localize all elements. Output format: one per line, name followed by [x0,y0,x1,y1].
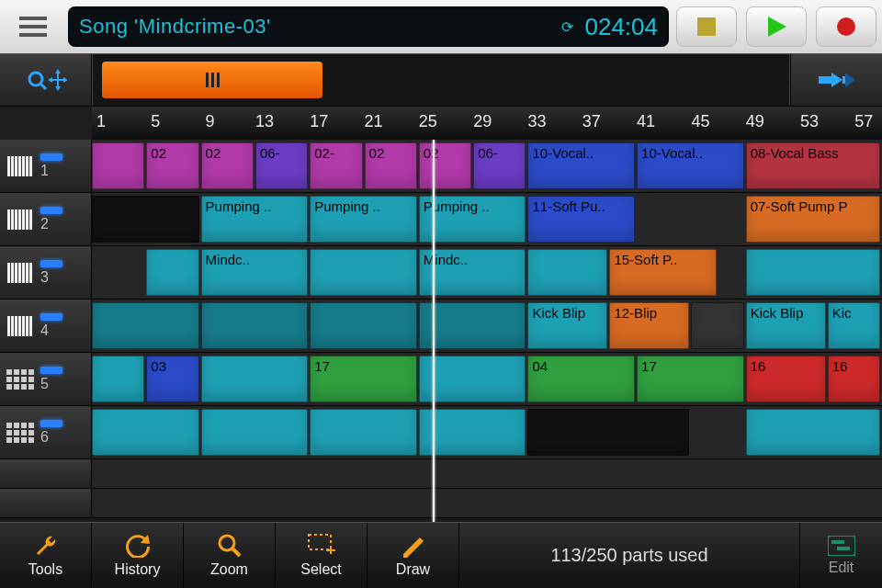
ruler-tick: 33 [518,112,555,131]
clip[interactable]: 02 [146,142,198,189]
play-button[interactable] [746,6,807,47]
clip[interactable]: 16 [746,356,826,402]
song-time: 024:04 [584,13,658,41]
clip[interactable] [92,356,144,402]
track-lane[interactable]: 031704171616 [92,353,882,405]
clip[interactable]: Pumping .. [419,196,526,243]
clip[interactable] [419,356,526,402]
pencil-icon [403,534,424,558]
clip[interactable]: 02- [310,142,362,189]
clip[interactable]: 02 [365,142,417,189]
track-header[interactable]: 2 [0,193,92,245]
clip[interactable] [201,409,309,456]
piano-icon [4,314,37,338]
track-header[interactable]: 3 [0,246,92,299]
clip[interactable]: Mindc.. [419,249,526,296]
clip[interactable] [201,302,309,349]
track-header-empty [0,459,92,488]
hamburger-icon [19,17,47,37]
clip[interactable]: 08-Vocal Bass [746,142,880,189]
clip[interactable] [92,142,144,189]
overview-viewport[interactable] [102,62,322,98]
clip[interactable] [201,356,309,402]
clip[interactable]: 12-Blip [609,302,689,349]
clip[interactable] [527,249,607,296]
history-button[interactable]: History [92,523,184,588]
clip[interactable] [419,302,526,349]
clip[interactable] [146,249,198,296]
clip[interactable]: 11-Soft Pu.. [527,196,635,243]
clip[interactable]: Pumping .. [201,196,309,243]
clip[interactable]: 06- [255,142,308,189]
track-lane[interactable] [92,406,882,458]
clip[interactable]: 17 [310,356,417,402]
track-header[interactable]: 4 [0,300,92,352]
stop-button[interactable] [676,6,737,47]
tools-button[interactable]: Tools [0,523,92,588]
song-overview[interactable] [92,54,790,106]
track-header[interactable]: 6 [0,406,92,458]
zoom-button[interactable]: Zoom [184,523,276,588]
clip[interactable]: 10-Vocal.. [637,142,744,189]
piano-icon [4,208,37,232]
clip[interactable]: Kick Blip [527,302,607,349]
clip[interactable]: 15-Soft P.. [609,249,717,296]
track-meta: 2 [40,207,62,232]
clip[interactable] [310,302,417,349]
menu-button[interactable] [6,8,61,45]
clip[interactable]: 06- [473,142,526,189]
draw-button[interactable]: Draw [368,523,459,588]
nav-forward-icon [819,69,855,91]
nav-forward-button[interactable] [790,54,882,106]
track-row: 3Mindc..Mindc..15-Soft P.. [0,246,882,300]
clip[interactable] [92,196,199,243]
svg-point-5 [837,17,855,36]
track-header[interactable]: 5 [0,353,92,405]
ruler-row: 159131721252933374145495357 [0,107,882,140]
clip[interactable] [310,409,417,456]
clip[interactable]: 17 [637,356,744,402]
clip[interactable] [746,409,880,456]
clip[interactable] [419,409,526,456]
ruler-gutter [0,107,92,140]
clip[interactable]: 10-Vocal.. [527,142,635,189]
ruler-tick: 17 [300,112,337,131]
clip[interactable] [746,249,880,296]
edit-button[interactable]: Edit [799,523,882,588]
clip[interactable] [310,249,417,296]
select-button[interactable]: Select [276,523,368,588]
clip[interactable]: 16 [828,356,880,402]
zoom-move-tool[interactable] [0,54,92,106]
playhead[interactable] [433,140,435,522]
ruler-tick: 41 [628,112,664,131]
record-button[interactable] [816,6,876,47]
stop-icon [697,17,716,36]
ruler-tick: 13 [246,112,283,131]
clip[interactable]: 07-Soft Pump P [746,196,880,243]
tracks-area[interactable]: 1020206-02-020206-10-Vocal..10-Vocal..08… [0,140,882,522]
clip[interactable] [92,409,199,456]
track-meta: 5 [40,367,62,392]
clip[interactable] [527,409,689,456]
song-display[interactable]: Song 'Mindcrime-03' ⟳ 024:04 [68,6,669,47]
clip[interactable] [691,302,743,349]
track-lane[interactable]: Kick Blip12-BlipKick BlipKic [92,300,882,352]
clip[interactable]: Mindc.. [201,249,309,296]
clip[interactable]: 02 [419,142,471,189]
track-lane[interactable]: Pumping ..Pumping ..Pumping ..11-Soft Pu… [92,193,882,245]
clip[interactable] [92,302,199,349]
bar-ruler[interactable]: 159131721252933374145495357 [92,107,882,140]
clip[interactable]: Kick Blip [746,302,826,349]
ruler-tick: 53 [791,112,828,131]
clip[interactable]: 04 [527,356,635,402]
track-lane[interactable]: Mindc..Mindc..15-Soft P.. [92,246,882,299]
ruler-tick: 5 [137,112,174,131]
clip[interactable]: 02 [201,142,254,189]
track-header[interactable]: 1 [0,140,92,192]
magnifier-icon [218,534,242,558]
clip[interactable]: 03 [146,356,198,402]
clip[interactable]: Kic [828,302,880,349]
clip[interactable]: Pumping .. [310,196,417,243]
track-lane[interactable]: 020206-02-020206-10-Vocal..10-Vocal..08-… [92,140,882,192]
track-lane-empty [92,459,882,488]
